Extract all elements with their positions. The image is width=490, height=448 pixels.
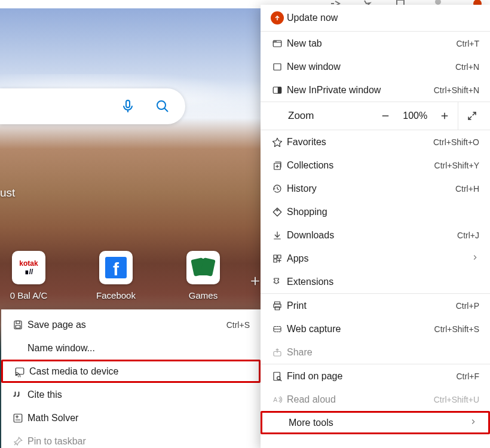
menu-item-label: More tools [289,418,469,428]
zoom-value: 100% [399,111,432,121]
menu-item-label: Apps [287,253,471,264]
svg-rect-9 [14,414,22,422]
menu-item-save-page-as[interactable]: Save page asCtrl+S [1,313,261,336]
menu-item-apps[interactable]: Apps [261,247,490,270]
svg-point-20 [275,41,276,41]
math-icon [8,413,27,424]
menu-item-label: Cast media to device [29,366,248,377]
share-icon [268,347,287,358]
tile-facebook[interactable]: f Facebook [94,251,137,300]
menu-item-math-solver[interactable]: Math Solver [1,406,261,429]
tile-games-icon [186,251,220,284]
menu-item-label: Find on page [287,371,457,382]
search-icon[interactable] [155,99,170,113]
menu-item-find-on-page[interactable]: Find on pageCtrl+F [261,364,490,388]
star-icon [268,137,287,148]
menu-item-new-inprivate-window[interactable]: New InPrivate windowCtrl+Shift+N [261,78,490,102]
menu-item-shortcut: Ctrl+S [226,320,250,330]
update-icon [268,11,287,24]
tile-games[interactable]: Games [182,251,225,300]
svg-line-27 [472,112,475,115]
inprivate-icon [268,85,287,96]
history-icon [268,183,287,194]
tile-label: Facebook [96,290,136,300]
svg-marker-29 [273,138,282,146]
menu-item-update-now[interactable]: Update now [261,5,490,31]
menu-item-new-window[interactable]: New windowCtrl+N [261,55,490,78]
menu-item-new-tab[interactable]: New tabCtrl+T [261,32,490,55]
capture-icon [268,324,287,335]
settings-and-more-menu: Update nowNew tabCtrl+TNew windowCtrl+NN… [261,5,490,448]
svg-point-15 [435,0,441,5]
svg-point-33 [277,209,278,210]
menu-item-label: Collections [287,160,434,171]
svg-rect-5 [16,321,20,324]
tile-label: 0 Bal A/C [10,290,48,300]
menu-item-label: Update now [287,13,479,23]
menu-item-shortcut: Ctrl+Shift+Y [434,161,479,170]
menu-item-shortcut: Ctrl+F [457,372,480,381]
pin-icon [8,436,27,447]
menu-item-shortcut: Ctrl+Shift+N [434,85,479,95]
cast-icon [10,366,29,377]
svg-rect-38 [274,259,277,262]
menu-item-favorites[interactable]: FavoritesCtrl+Shift+O [261,130,490,154]
svg-rect-6 [16,325,20,328]
menu-item-downloads[interactable]: DownloadsCtrl+J [261,223,490,247]
menu-item-shortcut: Ctrl+P [456,301,479,311]
tile-kotak-icon: kotak∎// [12,251,45,284]
svg-line-3 [164,108,168,112]
menu-item-more-tools[interactable]: More tools [261,411,490,434]
tile-kotak[interactable]: kotak∎// 0 Bal A/C [7,251,50,300]
window-icon [268,62,287,72]
svg-rect-7 [16,368,24,375]
menu-item-label: Extensions [287,277,479,287]
svg-rect-23 [278,87,281,93]
zoom-label: Zoom [271,110,372,122]
menu-item-read-aloud: ARead aloudCtrl+Shift+U [261,388,490,411]
chevron-right-icon [471,253,479,264]
menu-item-print[interactable]: PrintCtrl+P [261,294,490,317]
menu-item-label: Math Solver [27,413,250,424]
tile-facebook-icon: f [99,251,133,284]
menu-item-cast-media-to-device[interactable]: Cast media to device [1,360,261,383]
fullscreen-button[interactable] [458,102,485,130]
menu-item-label: Shopping [287,207,479,217]
menu-item-history[interactable]: HistoryCtrl+H [261,177,490,200]
menu-item-shortcut: Ctrl+Shift+O [433,137,479,147]
microphone-icon[interactable] [121,99,135,113]
menu-item-collections[interactable]: CollectionsCtrl+Shift+Y [261,154,490,177]
menu-item-label: Cite this [27,389,250,400]
menu-item-label: Share [287,347,479,358]
menu-item-cite-this[interactable]: Cite this [1,383,261,406]
collections-icon [268,160,287,171]
menu-item-label: Save page as [27,320,226,330]
menu-item-shortcut: Ctrl+H [455,184,479,194]
menu-item-web-capture[interactable]: Web captureCtrl+Shift+S [261,317,490,340]
menu-item-extensions[interactable]: Extensions [261,270,490,293]
menu-item-name-window[interactable]: Name window... [1,336,261,360]
menu-item-label: Print [287,300,456,311]
search-box[interactable] [0,88,185,124]
svg-rect-21 [274,63,281,70]
browser-chrome-top [0,0,261,8]
save-icon [8,320,27,330]
svg-rect-0 [126,100,130,108]
menu-item-shopping[interactable]: Shopping [261,200,490,223]
quote-icon [8,389,27,400]
chevron-right-icon [469,418,477,428]
zoom-out-button[interactable] [372,102,399,130]
svg-line-28 [468,116,471,119]
menu-item-label: Downloads [287,230,457,241]
puzzle-icon [268,277,287,287]
download-icon [268,230,287,241]
find-icon [268,371,287,382]
zoom-in-button[interactable] [432,102,458,130]
quick-links-row: kotak∎// 0 Bal A/C f Facebook Games [7,251,225,300]
menu-item-label: Read aloud [287,394,434,405]
svg-point-19 [274,41,275,41]
menu-item-label: New tab [287,38,457,49]
menu-item-shortcut: Ctrl+N [455,62,479,72]
print-icon [268,300,287,311]
menu-item-label: Name window... [27,343,250,354]
